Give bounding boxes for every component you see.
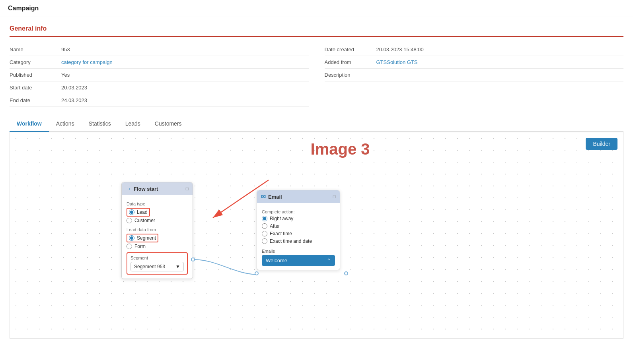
segment-radio-item[interactable]: Segment	[127, 234, 188, 242]
value-category: category for campaign	[61, 59, 113, 65]
welcome-select[interactable]: Welcome ⌃	[262, 255, 335, 266]
emails-value: Welcome	[266, 258, 287, 263]
segment-value: Segement 953	[134, 264, 165, 269]
segment-chevron-icon: ▼	[175, 264, 180, 269]
tab-actions[interactable]: Actions	[49, 116, 82, 132]
form-label: Form	[134, 244, 146, 249]
complete-action-label: Complete action:	[262, 209, 335, 214]
right-away-radio[interactable]	[262, 216, 267, 221]
section-title: General info	[10, 25, 623, 32]
right-away-item[interactable]: Right away	[262, 216, 335, 221]
label-start-date: Start date	[10, 85, 61, 91]
lead-data-from-group: Segment Form	[127, 234, 188, 249]
value-published: Yes	[61, 72, 70, 78]
value-added-from: GTSSolution GTS	[376, 59, 418, 65]
workflow-canvas: Builder Image 3 → Flow start	[10, 132, 623, 339]
label-end-date: End date	[10, 97, 61, 103]
segment-radio[interactable]	[129, 235, 134, 241]
connector-dot-left	[191, 258, 195, 261]
lead-label: Lead	[137, 209, 148, 215]
lead-radio-box: Lead	[127, 208, 150, 217]
flow-start-title: Flow start	[134, 186, 158, 192]
exact-time-radio[interactable]	[262, 231, 267, 236]
info-col-left: Name 953 Category category for campaign …	[10, 43, 309, 107]
label-date-created: Date created	[325, 46, 376, 52]
form-radio[interactable]	[127, 244, 132, 249]
info-row-description: Description	[325, 69, 624, 81]
tab-leads[interactable]: Leads	[118, 116, 148, 132]
after-label: After	[270, 223, 280, 229]
flow-start-node: → Flow start □ Data type Lead	[121, 182, 193, 279]
data-type-group: Lead Customer	[127, 208, 188, 223]
email-node: ✉ Email □ Complete action: Right away Af…	[257, 190, 340, 270]
section-divider	[10, 36, 623, 37]
info-grid: Name 953 Category category for campaign …	[10, 43, 623, 107]
tab-customers[interactable]: Customers	[148, 116, 189, 132]
label-published: Published	[10, 72, 61, 78]
complete-action-group: Right away After Exact time Exact time a…	[262, 216, 335, 245]
value-start-date: 20.03.2023	[61, 85, 87, 91]
segment-label: Segment	[137, 235, 156, 241]
exact-time-label: Exact time	[270, 231, 292, 236]
segment-box: Segment Segement 953 ▼	[127, 252, 188, 275]
segment-section-label: Segment	[130, 256, 184, 260]
connector-dot-email-right	[344, 271, 348, 275]
email-body: Complete action: Right away After Exact …	[257, 203, 340, 270]
flow-start-icon: →	[126, 186, 131, 192]
email-header: ✉ Email □	[257, 190, 340, 203]
tabs: Workflow Actions Statistics Leads Custom…	[10, 116, 623, 132]
tab-statistics[interactable]: Statistics	[82, 116, 118, 132]
page-title: Campaign	[8, 5, 39, 12]
customer-label: Customer	[134, 218, 155, 223]
email-minimize[interactable]: □	[333, 194, 336, 199]
exact-time-date-radio[interactable]	[262, 238, 267, 244]
after-radio[interactable]	[262, 223, 267, 229]
flow-start-body: Data type Lead Customer Lead data from	[122, 195, 193, 279]
right-away-label: Right away	[270, 216, 293, 221]
label-name: Name	[10, 46, 61, 52]
lead-data-from-label: Lead data from	[127, 227, 188, 232]
flow-start-header: → Flow start □	[122, 182, 193, 195]
email-icon: ✉	[261, 194, 266, 200]
emails-label: Emails	[262, 249, 335, 254]
general-info-section: General info Name 953 Category category …	[10, 25, 623, 107]
after-item[interactable]: After	[262, 223, 335, 229]
page-header: Campaign	[0, 0, 633, 17]
image3-label: Image 3	[311, 140, 370, 158]
info-row-name: Name 953	[10, 43, 309, 56]
builder-button[interactable]: Builder	[586, 138, 617, 150]
segment-radio-box: Segment	[127, 234, 158, 242]
customer-radio-item[interactable]: Customer	[127, 218, 188, 223]
exact-time-item[interactable]: Exact time	[262, 231, 335, 236]
label-added-from: Added from	[325, 59, 376, 65]
label-description: Description	[325, 72, 376, 78]
value-end-date: 24.03.2023	[61, 97, 87, 103]
exact-time-date-item[interactable]: Exact time and date	[262, 238, 335, 244]
value-date-created: 20.03.2023 15:48:00	[376, 46, 424, 52]
connector-dot-right	[255, 271, 259, 275]
customer-radio[interactable]	[127, 218, 132, 223]
info-row-date-created: Date created 20.03.2023 15:48:00	[325, 43, 624, 56]
info-col-right: Date created 20.03.2023 15:48:00 Added f…	[325, 43, 624, 107]
info-row-category: Category category for campaign	[10, 56, 309, 69]
data-type-label: Data type	[127, 201, 188, 206]
value-name: 953	[61, 46, 70, 52]
lead-radio[interactable]	[129, 209, 134, 215]
info-row-published: Published Yes	[10, 69, 309, 81]
email-title: Email	[268, 194, 282, 200]
flow-start-minimize[interactable]: □	[186, 186, 189, 192]
info-row-start-date: Start date 20.03.2023	[10, 81, 309, 94]
info-row-added-from: Added from GTSSolution GTS	[325, 56, 624, 69]
lead-radio-item[interactable]: Lead	[127, 208, 188, 217]
info-row-end-date: End date 24.03.2023	[10, 94, 309, 107]
exact-time-date-label: Exact time and date	[270, 238, 312, 244]
welcome-chevron-icon: ⌃	[327, 258, 331, 263]
form-radio-item[interactable]: Form	[127, 244, 188, 249]
segment-select[interactable]: Segement 953 ▼	[130, 262, 184, 271]
tab-workflow[interactable]: Workflow	[10, 116, 49, 132]
label-category: Category	[10, 59, 61, 65]
